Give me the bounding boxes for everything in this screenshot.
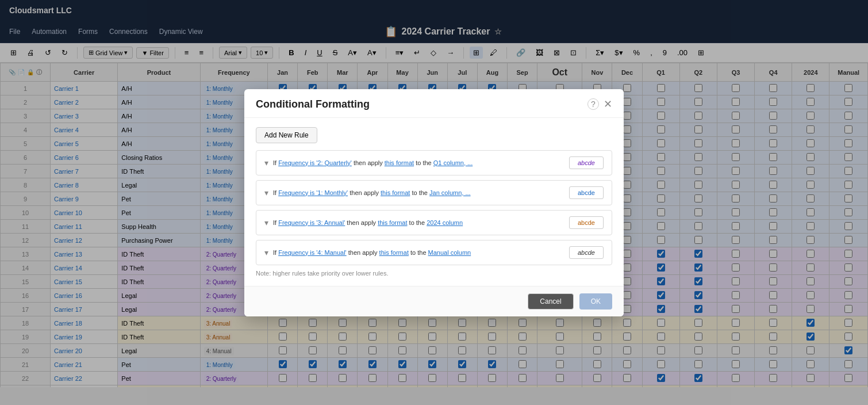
- rule-column-link-4[interactable]: Manual column: [428, 249, 471, 256]
- rule-arrow-2[interactable]: ▾: [264, 188, 268, 197]
- modal-title: Conditional Formatting: [256, 98, 370, 110]
- rule-text-2: If Frequency is '1: Monthly' then apply …: [273, 189, 564, 196]
- add-rule-button[interactable]: Add New Rule: [256, 127, 317, 143]
- conditional-formatting-modal: Conditional Formatting ? ✕ Add New Rule …: [244, 89, 624, 316]
- modal-body: Add New Rule ▾ If Frequency is '2: Quart…: [244, 118, 624, 286]
- rule-row-3: ▾ If Frequency is '3: Annual' then apply…: [256, 210, 612, 235]
- rule-text-4: If Frequency is '4: Manual' then apply t…: [273, 249, 564, 256]
- rule-condition-link-1[interactable]: Frequency is '2: Quarterly': [278, 159, 352, 166]
- modal-overlay[interactable]: Conditional Formatting ? ✕ Add New Rule …: [0, 0, 868, 387]
- rule-format-link-2[interactable]: this format: [381, 189, 410, 196]
- help-btn[interactable]: ?: [587, 98, 599, 110]
- rule-preview-3: abcde: [569, 216, 604, 229]
- rule-format-link-1[interactable]: this format: [385, 159, 414, 166]
- modal-controls: ? ✕: [587, 98, 612, 110]
- rule-row-1: ▾ If Frequency is '2: Quarterly' then ap…: [256, 150, 612, 175]
- rule-preview-1: abcde: [569, 156, 604, 169]
- rule-condition-link-2[interactable]: Frequency is '1: Monthly': [278, 189, 348, 196]
- rule-row-4: ▾ If Frequency is '4: Manual' then apply…: [256, 240, 612, 265]
- rules-container: ▾ If Frequency is '2: Quarterly' then ap…: [256, 150, 612, 265]
- rule-preview-4: abcde: [569, 246, 604, 259]
- rule-preview-2: abcde: [569, 186, 604, 199]
- modal-footer: Cancel OK: [244, 286, 624, 316]
- ok-button[interactable]: OK: [579, 293, 612, 310]
- modal-header: Conditional Formatting ? ✕: [244, 89, 624, 118]
- rule-format-link-4[interactable]: this format: [379, 249, 409, 256]
- close-btn[interactable]: ✕: [604, 99, 612, 109]
- rule-format-link-3[interactable]: this format: [378, 219, 407, 226]
- modal-note: Note: higher rules take priority over lo…: [256, 270, 612, 277]
- rule-column-link-2[interactable]: Jan column, ...: [429, 189, 471, 196]
- rule-column-link-1[interactable]: Q1 column, ...: [433, 159, 473, 166]
- rule-row-2: ▾ If Frequency is '1: Monthly' then appl…: [256, 180, 612, 205]
- cancel-button[interactable]: Cancel: [528, 293, 573, 310]
- rule-column-link-3[interactable]: 2024 column: [427, 219, 463, 226]
- rule-arrow-4[interactable]: ▾: [264, 248, 268, 257]
- rule-condition-link-3[interactable]: Frequency is '3: Annual': [278, 219, 345, 226]
- rule-text-1: If Frequency is '2: Quarterly' then appl…: [273, 159, 564, 166]
- rule-arrow-3[interactable]: ▾: [264, 218, 268, 227]
- rule-condition-link-4[interactable]: Frequency is '4: Manual': [278, 249, 347, 256]
- rule-arrow-1[interactable]: ▾: [264, 158, 268, 167]
- rule-text-3: If Frequency is '3: Annual' then apply t…: [273, 219, 564, 226]
